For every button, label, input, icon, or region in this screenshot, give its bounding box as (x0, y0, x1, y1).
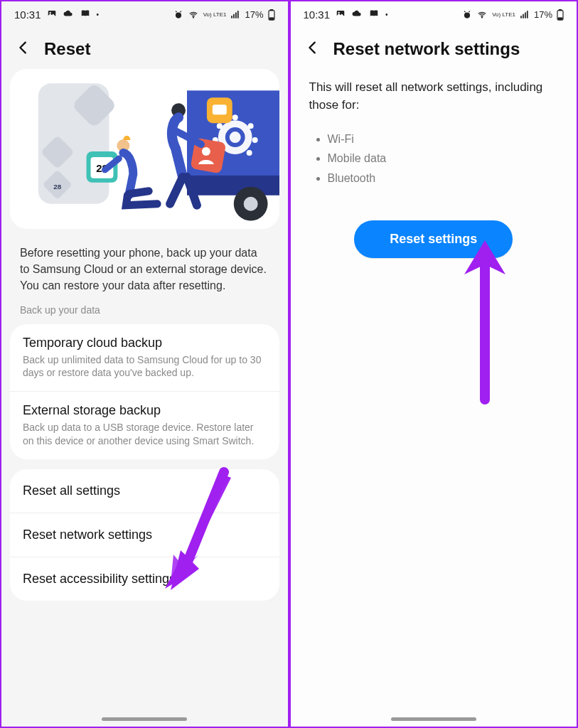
status-dot: • (385, 11, 388, 18)
reset-settings-button[interactable]: Reset settings (354, 220, 513, 258)
network-badge: Vo) LTE1 (492, 12, 515, 18)
svg-rect-7 (237, 11, 239, 18)
backup-caption: Back up your data (1, 294, 288, 320)
svg-point-42 (338, 12, 340, 14)
status-time: 10:31 (14, 9, 41, 21)
svg-point-44 (482, 16, 483, 17)
status-bar: 10:31 • Vo) LTE1 (1, 1, 288, 21)
option-title: Reset accessibility settings (23, 572, 267, 587)
bullet-mobile-data: Mobile data (328, 149, 559, 168)
svg-rect-45 (520, 16, 522, 18)
signal-icon (230, 10, 240, 20)
svg-point-3 (193, 16, 193, 17)
svg-point-25 (247, 150, 252, 156)
cloud-icon (63, 9, 74, 21)
svg-rect-51 (558, 18, 562, 19)
cloud-icon (351, 9, 363, 21)
page-header: Reset network settings (291, 21, 577, 69)
option-subtitle: Back up data to a USB storage device. Re… (23, 421, 267, 448)
option-title: Temporary cloud backup (23, 336, 267, 350)
bullet-bluetooth: Bluetooth (328, 168, 559, 188)
svg-point-24 (252, 137, 258, 143)
option-title: External storage backup (23, 403, 267, 418)
svg-rect-48 (527, 11, 528, 18)
svg-rect-5 (234, 14, 235, 18)
battery-icon (268, 9, 275, 21)
svg-point-19 (244, 197, 258, 211)
battery-percent: 17% (534, 9, 552, 20)
annotation-arrow-right (453, 236, 517, 407)
battery-percent: 17% (245, 9, 263, 20)
page-header: Reset (1, 21, 288, 69)
option-title: Reset all settings (23, 483, 267, 498)
alarm-icon (462, 10, 472, 20)
option-title: Reset network settings (23, 528, 267, 542)
gesture-bar[interactable] (391, 717, 476, 721)
bullet-wifi: Wi-Fi (328, 129, 559, 149)
option-subtitle: Back up unlimited data to Samsung Cloud … (23, 353, 267, 380)
gesture-bar[interactable] (102, 717, 187, 721)
reset-all-settings-option[interactable]: Reset all settings (10, 469, 279, 513)
svg-point-1 (49, 12, 50, 14)
reset-network-settings-option[interactable]: Reset network settings (10, 513, 279, 557)
svg-text:28: 28 (53, 183, 62, 191)
backup-option-list: Temporary cloud backup Back up unlimited… (10, 324, 279, 460)
svg-rect-9 (270, 9, 272, 11)
back-icon[interactable] (305, 40, 321, 58)
svg-rect-47 (525, 12, 526, 18)
svg-rect-4 (232, 16, 233, 18)
phone-right: 10:31 • Vo) LTE1 (291, 1, 577, 727)
back-icon[interactable] (16, 40, 31, 58)
reset-accessibility-settings-option[interactable]: Reset accessibility settings (10, 557, 279, 601)
svg-point-2 (176, 12, 181, 18)
svg-rect-17 (187, 176, 279, 196)
svg-point-43 (464, 12, 470, 18)
reset-option-list: Reset all settings Reset network setting… (10, 469, 279, 601)
svg-rect-10 (269, 18, 274, 19)
page-title: Reset network settings (333, 39, 520, 59)
picture-icon (47, 9, 57, 21)
wifi-icon (476, 10, 488, 20)
reset-network-description: This will reset all network settings, in… (291, 69, 577, 114)
wifi-icon (188, 10, 199, 20)
battery-icon (557, 9, 564, 21)
reset-network-bullets: Wi-Fi Mobile data Bluetooth (291, 125, 577, 188)
book-icon (368, 9, 380, 21)
status-dot: • (97, 11, 100, 18)
picture-icon (336, 9, 346, 21)
svg-rect-46 (523, 14, 524, 18)
svg-point-23 (248, 123, 254, 129)
network-badge: Vo) LTE1 (203, 12, 227, 18)
page-title: Reset (44, 39, 90, 59)
reset-illustration: 28 (10, 69, 279, 229)
status-bar: 10:31 • Vo) LTE1 (291, 1, 577, 21)
book-icon (80, 9, 91, 21)
svg-rect-6 (235, 12, 237, 18)
external-storage-backup-option[interactable]: External storage backup Back up data to … (10, 391, 279, 459)
svg-point-28 (217, 123, 223, 129)
svg-point-22 (232, 114, 238, 120)
temporary-cloud-backup-option[interactable]: Temporary cloud backup Back up unlimited… (10, 324, 279, 392)
signal-icon (520, 10, 530, 20)
svg-point-32 (202, 147, 210, 156)
reset-description: Before resetting your phone, back up you… (1, 229, 288, 294)
svg-rect-50 (559, 9, 561, 11)
svg-rect-30 (213, 105, 227, 114)
alarm-icon (173, 10, 183, 20)
phone-left: 10:31 • Vo) LTE1 (1, 1, 288, 727)
status-time: 10:31 (304, 9, 331, 21)
